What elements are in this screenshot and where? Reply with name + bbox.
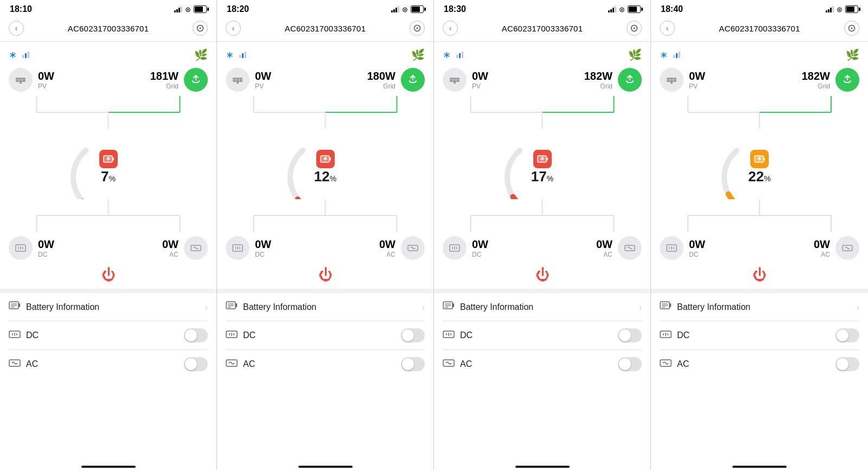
battery-info-left: Battery Information [9, 301, 99, 313]
wifi-icon: ⊛ [402, 5, 408, 14]
grid-section: 181W Grid [150, 68, 208, 92]
settings-button[interactable] [410, 21, 425, 36]
ac-section: 0W AC [814, 236, 859, 260]
battery-info-row[interactable]: Battery Information › [0, 293, 216, 321]
ac-section: 0W AC [379, 236, 425, 260]
grid-watts: 181W [150, 70, 178, 82]
ac-watts: 0W [596, 238, 612, 251]
signal-icon [174, 6, 182, 12]
pv-watts: 0W [689, 70, 705, 82]
battery-info-row[interactable]: Battery Information › [217, 293, 433, 321]
dc-toggle-icon [443, 329, 455, 341]
main-content: ∗ 🌿 [217, 42, 433, 470]
left-icons: ∗ [443, 49, 466, 61]
ac-label: AC [162, 251, 178, 258]
home-bar [732, 466, 787, 468]
signal-strength-icon [456, 50, 466, 60]
home-bar [515, 466, 570, 468]
battery-info-left: Battery Information [226, 301, 316, 313]
battery-info-chevron: › [205, 303, 208, 312]
eco-icon: 🌿 [628, 48, 642, 61]
svg-rect-77 [459, 53, 461, 58]
dc-icon [9, 236, 33, 260]
battery-info-row[interactable]: Battery Information › [434, 293, 650, 321]
pv-watts: 0W [472, 70, 488, 82]
status-bar: 18:30 ⊛ [434, 0, 650, 16]
pv-label: PV [255, 82, 271, 90]
svg-rect-40 [242, 53, 244, 58]
dc-toggle-switch[interactable] [401, 328, 425, 342]
phone-panel-panel1: 18:10 ⊛ ‹ AC602317003336701 [0, 0, 217, 470]
svg-point-1 [200, 28, 201, 29]
ac-toggle-switch[interactable] [835, 357, 859, 371]
dc-section: 0W DC [226, 236, 271, 260]
battery-info-chevron: › [639, 303, 642, 312]
dc-toggle-switch[interactable] [618, 328, 642, 342]
dc-toggle-label: DC [243, 331, 256, 340]
dc-label: DC [255, 251, 271, 258]
power-row: ⏻ [217, 264, 433, 289]
settings-button[interactable] [627, 21, 642, 36]
power-row: ⏻ [651, 264, 868, 289]
grid-watts: 180W [367, 70, 395, 82]
dc-section: 0W DC [660, 236, 705, 260]
home-indicator [0, 461, 216, 470]
grid-icon-button[interactable] [401, 68, 425, 92]
gauge-center: 22 % [748, 150, 770, 183]
pv-values: 0W PV [689, 70, 705, 90]
ac-toggle-switch[interactable] [618, 357, 642, 371]
device-serial: AC602317003336701 [68, 24, 149, 33]
dc-label: DC [689, 251, 705, 258]
back-button[interactable]: ‹ [660, 21, 675, 36]
signal-strength-icon [239, 50, 249, 60]
grid-icon-button[interactable] [835, 68, 859, 92]
ac-toggle-icon [9, 358, 21, 370]
power-button[interactable]: ⏻ [535, 266, 550, 283]
ac-icon [184, 236, 208, 260]
home-bar [298, 466, 353, 468]
ac-toggle-switch[interactable] [184, 357, 208, 371]
back-button[interactable]: ‹ [226, 21, 241, 36]
pv-values: 0W PV [255, 70, 271, 90]
back-button[interactable]: ‹ [443, 21, 458, 36]
settings-button[interactable] [844, 21, 859, 36]
battery-info-row[interactable]: Battery Information › [651, 293, 868, 321]
power-button[interactable]: ⏻ [318, 266, 333, 283]
battery-info-label: Battery Information [460, 302, 533, 312]
wire-bottom [0, 199, 216, 232]
power-button[interactable]: ⏻ [752, 266, 767, 283]
status-icons: ⊛ [608, 5, 641, 14]
bluetooth-icon: ∗ [443, 49, 451, 61]
signal-strength-icon [22, 50, 32, 60]
grid-values: 182W Grid [584, 70, 612, 90]
ac-toggle-row: AC [217, 350, 433, 378]
status-icons: ⊛ [391, 5, 424, 14]
grid-icon-button[interactable] [618, 68, 642, 92]
ac-toggle-icon [226, 358, 238, 370]
svg-point-38 [417, 28, 418, 29]
power-button[interactable]: ⏻ [101, 266, 116, 283]
dc-toggle-switch[interactable] [184, 328, 208, 342]
svg-rect-139 [669, 303, 671, 307]
back-button[interactable]: ‹ [9, 21, 24, 36]
ac-toggle-left: AC [226, 358, 255, 370]
pv-section: 0W PV [226, 68, 271, 92]
svg-rect-91 [547, 157, 548, 161]
grid-label: Grid [367, 82, 395, 90]
svg-rect-65 [235, 303, 237, 307]
ac-values: 0W AC [379, 238, 395, 258]
ac-toggle-switch[interactable] [401, 357, 425, 371]
settings-button[interactable] [193, 21, 208, 36]
ac-toggle-knob [837, 358, 848, 370]
svg-rect-4 [28, 52, 29, 58]
grid-icon-button[interactable] [184, 68, 208, 92]
grid-section: 182W Grid [584, 68, 642, 92]
ac-values: 0W AC [596, 238, 612, 258]
percent-symbol: % [547, 174, 553, 183]
ac-toggle-knob [619, 358, 631, 370]
dc-toggle-switch[interactable] [835, 328, 859, 342]
bottom-device-row: 0W DC 0W AC [0, 232, 216, 264]
percent-display: 17 % [531, 169, 553, 183]
signal-icon [826, 6, 834, 12]
ac-icon [835, 236, 859, 260]
